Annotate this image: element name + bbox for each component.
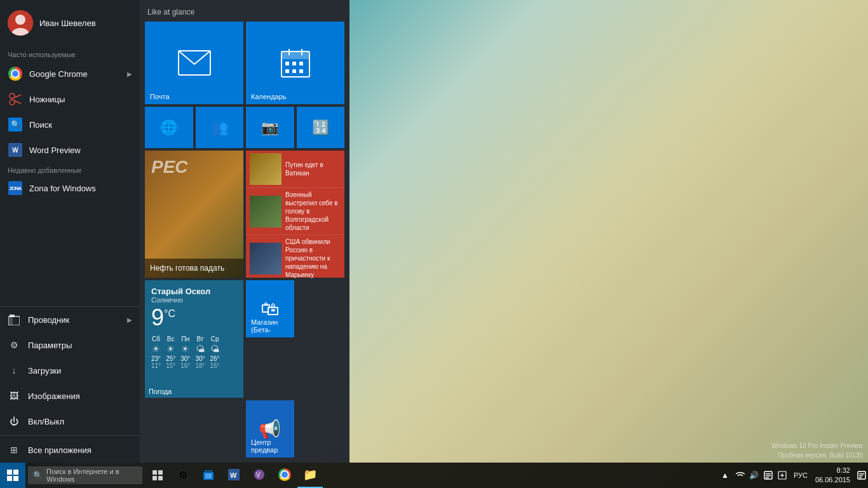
- word-label: Word Preview: [29, 146, 81, 155]
- menu-item-word[interactable]: W Word Preview: [0, 137, 140, 163]
- svg-rect-37: [153, 470, 157, 475]
- bottom-item-images[interactable]: 🖼 Изображения: [0, 383, 140, 409]
- taskbar-search-placeholder: Поиск в Интернете и в Windows: [46, 468, 137, 483]
- zona-label: Zona for Windows: [29, 184, 96, 193]
- tile-people[interactable]: 👥: [196, 107, 244, 148]
- chrome-label: Google Chrome: [29, 69, 88, 79]
- camera-icon: 📷: [261, 119, 278, 136]
- menu-item-zona[interactable]: ZONA Zona for Windows: [0, 175, 140, 201]
- tile-camera[interactable]: 📷: [246, 107, 294, 148]
- tile-mail[interactable]: Почта: [145, 22, 243, 104]
- taskbar-app-store[interactable]: [196, 463, 221, 488]
- news-item-3[interactable]: США обвинили Россию в причастности к нап…: [246, 235, 344, 281]
- network-connected-icon[interactable]: [776, 469, 789, 482]
- tile-calc[interactable]: 🔢: [297, 107, 345, 148]
- explorer-icon: [8, 313, 20, 326]
- bottom-item-downloads[interactable]: ↓ Загрузки: [0, 358, 140, 383]
- bottom-item-settings[interactable]: ⚙ Параметры: [0, 332, 140, 358]
- start-menu-left: Иван Шевелев Часто используемые Google C…: [0, 0, 140, 463]
- user-name: Иван Шевелев: [39, 18, 96, 28]
- mail-tile-label: Почта: [150, 93, 238, 100]
- tile-media[interactable]: 📢 Центр предвар: [246, 400, 294, 458]
- notification-icon[interactable]: [762, 469, 775, 482]
- weather-temp: 9°C: [151, 306, 175, 329]
- apps-icon: ⊞: [8, 444, 20, 456]
- explorer-arrow: ▶: [127, 316, 132, 323]
- taskbar-app-chrome[interactable]: [272, 463, 297, 488]
- language-indicator[interactable]: РУС: [791, 471, 810, 479]
- word-icon: W: [8, 142, 23, 158]
- user-section[interactable]: Иван Шевелев: [0, 0, 140, 46]
- media-tile-label: Центр предвар: [251, 438, 289, 454]
- images-icon: 🖼: [8, 390, 20, 402]
- weather-forecast-day: Сб ☀ 23° 11°: [151, 336, 161, 369]
- arrow-icon: ▶: [127, 71, 132, 78]
- weather-city: Старый Оскол: [151, 287, 210, 296]
- svg-text:V: V: [256, 471, 261, 478]
- windows-logo: [7, 470, 18, 481]
- all-apps-label: Все приложения: [28, 445, 92, 455]
- avatar: [8, 10, 33, 36]
- news-item-2[interactable]: Военный выстрелил себе в голову в Волгог…: [246, 188, 344, 235]
- weather-forecast-day: Вт 🌤 30° 18°: [195, 336, 205, 369]
- svg-point-19: [10, 93, 15, 98]
- svg-rect-40: [158, 476, 163, 480]
- volume-icon[interactable]: 🔊: [748, 469, 761, 482]
- svg-rect-42: [205, 473, 212, 478]
- store-tile-label: Магазин (Бета-: [251, 318, 289, 334]
- tile-news-large[interactable]: РЕС Нефть готова падать: [145, 151, 243, 278]
- taskbar-clock[interactable]: 8:32 06.06.2015: [810, 466, 855, 485]
- version-info: Windows 10 Pro Insider Preview Пробная в…: [771, 441, 863, 460]
- tiles-header: Like at glance: [145, 5, 344, 22]
- search-label: Поиск: [29, 120, 52, 130]
- tray-expand[interactable]: ▲: [719, 469, 731, 482]
- news-large-text: Нефть готова падать: [150, 264, 238, 273]
- desktop: Мойкомпьютер Корзина: [0, 0, 868, 488]
- tile-globe[interactable]: 🌐: [145, 107, 193, 148]
- notification-area: 🔊: [731, 469, 791, 482]
- task-view-button[interactable]: [145, 463, 170, 488]
- svg-rect-50: [766, 477, 769, 478]
- menu-item-search[interactable]: 🔍 Поиск: [0, 112, 140, 137]
- tile-news-right[interactable]: Путин едет в Ватикан Военный выстрелил с…: [246, 151, 344, 278]
- bottom-item-power[interactable]: ⏻ Вкл/Выкл: [0, 409, 140, 434]
- version-line1: Windows 10 Pro Insider Preview: [771, 441, 863, 451]
- power-label: Вкл/Выкл: [28, 417, 64, 426]
- menu-item-chrome[interactable]: Google Chrome ▶: [0, 61, 140, 86]
- news-item-1[interactable]: Путин едет в Ватикан: [246, 151, 344, 188]
- explorer-label: Проводник: [28, 315, 69, 325]
- settings-label: Параметры: [28, 341, 72, 350]
- bottom-item-explorer[interactable]: Проводник ▶: [0, 307, 140, 332]
- taskbar-search[interactable]: 🔍 Поиск в Интернете и в Windows: [28, 466, 142, 484]
- taskbar-app-word[interactable]: W: [221, 463, 247, 488]
- all-apps-button[interactable]: ⊞ Все приложения: [0, 437, 140, 463]
- start-button[interactable]: [0, 463, 25, 488]
- system-tray: ▲ 🔊: [719, 466, 868, 485]
- network-icon[interactable]: [734, 469, 747, 482]
- store-icon: 🛍: [261, 298, 280, 320]
- downloads-label: Загрузки: [28, 366, 61, 376]
- tile-weather[interactable]: Старый Оскол Солнечно 9°C Сб ☀ 23° 11° В…: [145, 280, 243, 398]
- version-line2: Пробная версия. Build 10130: [771, 451, 863, 460]
- globe-icon: 🌐: [160, 119, 177, 136]
- search-menu-icon: 🔍: [8, 117, 23, 132]
- news-img-3: [250, 243, 281, 274]
- zona-icon: ZONA: [8, 180, 23, 196]
- taskbar-app-explorer[interactable]: 📁: [297, 463, 323, 488]
- svg-rect-55: [859, 473, 864, 475]
- action-center-icon[interactable]: [855, 469, 868, 482]
- taskbar: 🔍 Поиск в Интернете и в Windows ⚙: [0, 463, 868, 488]
- start-menu: Иван Шевелев Часто используемые Google C…: [0, 0, 349, 463]
- taskbar-app-viber[interactable]: V: [247, 463, 272, 488]
- taskbar-app-settings[interactable]: ⚙: [170, 463, 196, 488]
- downloads-icon: ↓: [8, 364, 20, 377]
- calendar-tile-label: Календарь: [251, 93, 339, 100]
- svg-text:W: W: [230, 471, 237, 479]
- svg-rect-49: [766, 475, 771, 477]
- menu-item-scissors[interactable]: Ножницы: [0, 86, 140, 112]
- svg-point-20: [10, 100, 15, 105]
- tile-calendar[interactable]: Календарь: [246, 22, 344, 104]
- tile-store[interactable]: 🛍 Магазин (Бета-: [246, 280, 294, 337]
- news-text-3: США обвинили Россию в причастности к нап…: [285, 238, 341, 279]
- settings-icon: ⚙: [8, 339, 20, 351]
